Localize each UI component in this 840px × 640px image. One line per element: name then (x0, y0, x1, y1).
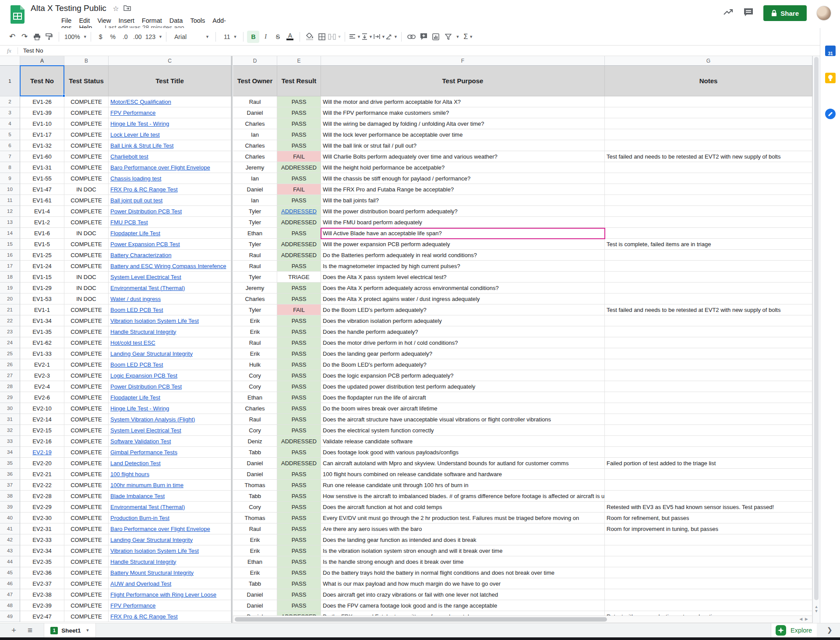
link-title-row36[interactable]: 100 flight hours (110, 471, 149, 477)
link-title-row40[interactable]: Production Burn-in Test (110, 515, 169, 521)
link-title-row29[interactable]: Flopdapter Life Test (110, 394, 160, 401)
all-sheets-button[interactable]: ≡ (28, 626, 32, 635)
cell-notes-row48[interactable] (605, 600, 812, 611)
cell-no-row48[interactable]: EV2-39 (20, 600, 64, 611)
menu-insert[interactable]: Insert (119, 17, 134, 24)
cell-status-row23[interactable]: COMPLETE (64, 326, 109, 337)
cell-result-row33[interactable]: ADDRESSED (277, 436, 321, 447)
link-title-row7[interactable]: Charliebolt test (110, 153, 148, 160)
cell-status-row46[interactable]: COMPLETE (64, 578, 109, 589)
menu-data[interactable]: Data (169, 17, 183, 24)
cell-status-row30[interactable]: COMPLETE (64, 403, 109, 414)
cell-title-row37[interactable]: 100hr minumum Burn in time (109, 480, 231, 491)
row-header-18[interactable]: 18 (0, 272, 20, 283)
increase-decimals-button[interactable]: .00 (131, 31, 144, 43)
cell-purpose-row6[interactable]: Will the ball link or strut fail / pull … (321, 140, 605, 151)
cell-status-row21[interactable]: COMPLETE (64, 304, 109, 315)
column-header-E[interactable]: E (277, 56, 321, 66)
cell-no-row22[interactable]: EV1-34 (20, 315, 64, 326)
cell-notes-row45[interactable] (605, 567, 812, 578)
sheet-tab[interactable]: 1 Sheet1 ▼ (44, 623, 96, 638)
cell-owner-row13[interactable]: Tyler (233, 217, 277, 228)
link-title-row24[interactable]: Hot/cold test ESC (110, 339, 155, 346)
cell-status-row45[interactable]: COMPLETE (64, 567, 109, 578)
cell-status-row41[interactable]: COMPLETE (64, 523, 109, 534)
cell-owner-row32[interactable]: Cory (233, 425, 277, 436)
cell-owner-row3[interactable]: Daniel (233, 107, 277, 118)
row-header-45[interactable]: 45 (0, 567, 20, 578)
cell-no-row47[interactable]: EV2-38 (20, 589, 64, 600)
cell-no-row21[interactable]: EV1-1 (20, 304, 64, 315)
cell-purpose-row45[interactable]: Do the battery trays hold the battery in… (321, 567, 605, 578)
cell-purpose-row33[interactable]: Validate release candidate software (321, 436, 605, 447)
cell-title-row32[interactable]: System Level Electrical Test (109, 425, 231, 436)
comment-history-icon[interactable] (743, 7, 754, 19)
cell-no-row8[interactable]: EV1-31 (20, 162, 64, 173)
cell-notes-row34[interactable] (605, 447, 812, 458)
cell-result-row11[interactable]: PASS (277, 195, 321, 206)
text-wrap-button[interactable]: ▼ (373, 31, 385, 43)
link-title-row6[interactable]: Ball Link & Strut Life Test (110, 142, 173, 149)
link-title-row5[interactable]: Lock Lever Life test (110, 131, 160, 138)
link-title-row39[interactable]: Environmental Test (Thermal) (110, 504, 185, 510)
cell-title-row36[interactable]: 100 flight hours (109, 469, 231, 480)
cell-status-row36[interactable]: COMPLETE (64, 469, 109, 480)
italic-button[interactable]: I (259, 31, 272, 43)
cell-no-row31[interactable]: EV2-14 (20, 414, 64, 425)
column-header-G[interactable]: G (605, 56, 812, 66)
row-header-4[interactable]: 4 (0, 118, 20, 129)
cell-result-row6[interactable]: PASS (277, 140, 321, 151)
cell-status-row9[interactable]: COMPLETE (64, 173, 109, 184)
cell-purpose-row46[interactable]: What is our max payload and how much mar… (321, 578, 605, 589)
cell-no-row26[interactable]: EV2-1 (20, 359, 64, 370)
link-title-row32[interactable]: System Level Electrical Test (110, 427, 181, 434)
calendar-icon[interactable]: 31 (825, 46, 836, 56)
cell-no-row14[interactable]: EV1-6 (20, 228, 64, 239)
cell-no-row38[interactable]: EV2-28 (20, 491, 64, 502)
link-title-row33[interactable]: Software Validation Test (110, 438, 171, 445)
cell-purpose-row23[interactable]: Does the handle perform adequately? (321, 326, 605, 337)
row-header-13[interactable]: 13 (0, 217, 20, 228)
row-header-32[interactable]: 32 (0, 425, 20, 436)
link-title-row26[interactable]: Boom LED PCB Test (110, 361, 163, 368)
cell-result-row17[interactable]: PASS (277, 261, 321, 272)
cell-result-row46[interactable]: PASS (277, 578, 321, 589)
cell-status-row40[interactable]: COMPLETE (64, 513, 109, 523)
cell-owner-row42[interactable]: Erik (233, 534, 277, 545)
cell-notes-row33[interactable] (605, 436, 812, 447)
print-button[interactable] (31, 31, 43, 43)
cell-no-row18[interactable]: EV1-15 (20, 272, 64, 283)
cell-title-row9[interactable]: Chassis loading test (109, 173, 231, 184)
cell-owner-row10[interactable]: Daniel (233, 184, 277, 195)
cell-status-row2[interactable]: COMPLETE (64, 96, 109, 107)
cell-title-row23[interactable]: Handle Structural Integrity (109, 326, 231, 337)
cell-no-row3[interactable]: EV1-39 (20, 107, 64, 118)
cell-purpose-row42[interactable]: Does the landing gear function as intend… (321, 534, 605, 545)
bottom-panel-expand-icon[interactable]: ❯ (827, 626, 833, 634)
cell-purpose-row26[interactable]: Do the Boom LED's perform adequately? (321, 359, 605, 370)
cell-title-row45[interactable]: Battery Mount Structural Integrity (109, 567, 231, 578)
format-percent-button[interactable]: % (107, 31, 119, 43)
link-title-row14[interactable]: Flopdapter Life Test (110, 230, 160, 237)
filter-caret[interactable]: ▼ (455, 35, 459, 39)
cell-title-row46[interactable]: AUW and Overload Test (109, 578, 231, 589)
cell-result-row28[interactable]: PASS (277, 381, 321, 392)
cell-status-row22[interactable]: COMPLETE (64, 315, 109, 326)
cell-no-row41[interactable]: EV2-31 (20, 523, 64, 534)
header-cell-purpose[interactable]: Test Purpose (321, 66, 605, 96)
cell-owner-row17[interactable]: Raul (233, 261, 277, 272)
row-header-2[interactable]: 2 (0, 96, 20, 107)
cell-result-row48[interactable]: PASS (277, 600, 321, 611)
cell-status-row15[interactable]: COMPLETE (64, 239, 109, 250)
link-title-row35[interactable]: Land Detection Test (110, 460, 161, 467)
sheets-logo[interactable] (11, 5, 25, 24)
link-title-row2[interactable]: Motor/ESC Qualification (110, 99, 171, 105)
cell-purpose-row40[interactable]: Every EV/DV unit must go through the 2 h… (321, 513, 605, 523)
cell-result-row21[interactable]: FAIL (277, 304, 321, 315)
cell-owner-row12[interactable]: Tyler (233, 206, 277, 217)
cell-title-row4[interactable]: Hinge Life Test - Wiring (109, 118, 231, 129)
cell-owner-row38[interactable]: Tabb (233, 491, 277, 502)
explore-button[interactable]: Explore (771, 623, 817, 637)
text-color-button[interactable]: A (284, 31, 296, 43)
row-header-28[interactable]: 28 (0, 381, 20, 392)
